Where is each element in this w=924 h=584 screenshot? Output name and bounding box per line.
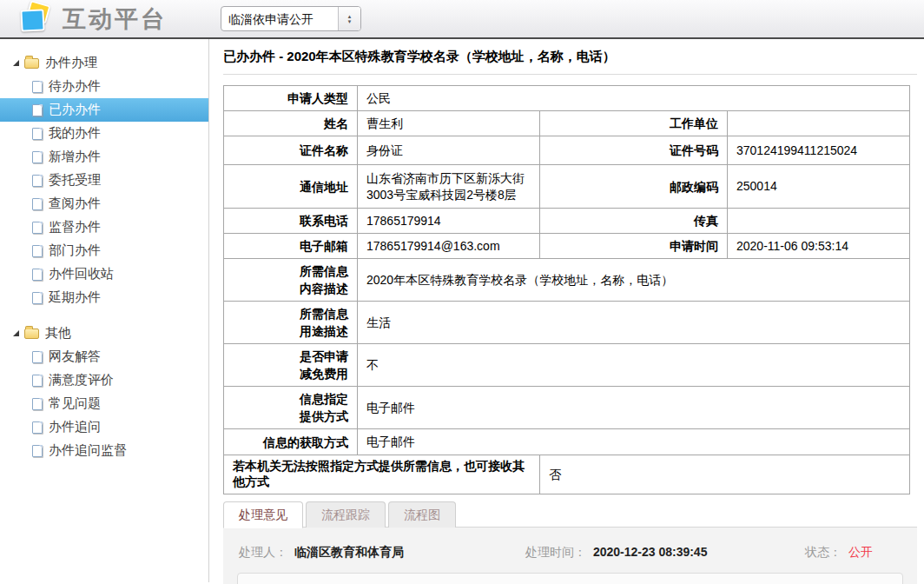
document-icon xyxy=(32,245,43,257)
tree-expand-icon xyxy=(13,330,19,336)
sidebar-item-my-cases[interactable]: 我的办件 xyxy=(0,122,208,145)
sidebar-item-review-cases[interactable]: 查阅办件 xyxy=(0,192,208,216)
document-icon xyxy=(32,151,43,163)
field-label-info-content: 所需信息 内容描述 xyxy=(224,259,358,302)
field-value-phone: 17865179914 xyxy=(358,209,540,234)
page-title: 已办办件 - 2020年本区特殊教育学校名录（学校地址，名称，电话） xyxy=(223,39,917,75)
field-label-postcode: 邮政编码 xyxy=(540,165,728,209)
document-icon xyxy=(32,175,43,187)
app-title: 互动平台 xyxy=(63,3,167,35)
field-value-work-unit xyxy=(728,111,910,136)
handler-label: 处理人： xyxy=(239,545,287,559)
document-icon xyxy=(32,269,43,281)
field-label-cert-name: 证件名称 xyxy=(224,136,358,165)
sidebar-tree: 办件办理 待办办件 已办办件 我的办件 新增办件 委托受理 xyxy=(0,39,209,582)
status-label: 状态： xyxy=(805,545,842,559)
field-label-email: 电子邮箱 xyxy=(224,234,358,259)
field-value-fallback-method: 否 xyxy=(540,455,910,494)
process-time-value: 2020-12-23 08:39:45 xyxy=(593,545,708,559)
sidebar-item-faq[interactable]: 常见问题 xyxy=(0,392,208,415)
tree-group-case-handling[interactable]: 办件办理 xyxy=(0,51,208,75)
document-icon xyxy=(32,398,43,410)
sidebar-item-netizen-answers[interactable]: 网友解答 xyxy=(0,345,208,368)
field-value-email: 17865179914@163.com xyxy=(358,234,540,259)
document-icon xyxy=(32,198,43,210)
reply-text: 我单位已于2020年12月1日通过电子邮件形式对此件进行了答复。 xyxy=(237,573,903,584)
document-icon xyxy=(32,292,43,304)
application-detail-table: 申请人类型 公民 姓名 曹生利 工作单位 证件名称 身份证 证件号码 37012… xyxy=(223,85,910,494)
document-icon xyxy=(32,81,43,93)
field-label-fee-waiver: 是否申请 减免费用 xyxy=(224,344,358,387)
field-value-fee-waiver: 不 xyxy=(358,344,910,387)
sidebar-item-department-cases[interactable]: 部门办件 xyxy=(0,239,208,262)
sidebar-item-new-case[interactable]: 新增办件 xyxy=(0,145,208,169)
field-label-obtain-method: 信息的获取方式 xyxy=(224,429,358,455)
field-label-address: 通信地址 xyxy=(224,165,358,209)
field-value-obtain-method: 电子邮件 xyxy=(358,429,910,455)
select-spinner-icon[interactable]: ▲▼ xyxy=(338,7,360,30)
sidebar-item-entrusted-acceptance[interactable]: 委托受理 xyxy=(0,169,208,192)
field-label-fax: 传真 xyxy=(540,209,728,234)
field-value-address: 山东省济南市历下区新泺大街3003号宝威科技园2号楼8层 xyxy=(358,165,540,209)
field-label-phone: 联系电话 xyxy=(224,209,358,234)
status-badge: 公开 xyxy=(848,545,873,559)
field-value-info-content: 2020年本区特殊教育学校名录（学校地址，名称，电话） xyxy=(358,259,910,302)
field-value-cert-name: 身份证 xyxy=(358,136,540,165)
document-icon xyxy=(32,445,43,457)
field-value-applicant-type: 公民 xyxy=(358,86,910,111)
sidebar-item-satisfaction-rating[interactable]: 满意度评价 xyxy=(0,368,208,392)
tab-process-opinion[interactable]: 处理意见 xyxy=(223,501,303,528)
process-opinion-panel: 处理人： 临淄区教育和体育局 处理时间： 2020-12-23 08:39:45… xyxy=(223,527,917,584)
field-label-info-use: 所需信息 用途描述 xyxy=(224,302,358,344)
field-value-cert-no: 370124199411215024 xyxy=(728,136,910,165)
app-header: 互动平台 临淄依申请公开 ▲▼ xyxy=(0,0,924,39)
folder-icon xyxy=(24,58,39,69)
tab-flow-chart[interactable]: 流程图 xyxy=(388,501,456,528)
field-label-applicant-type: 申请人类型 xyxy=(224,86,358,111)
sidebar-item-case-recycle-bin[interactable]: 办件回收站 xyxy=(0,262,208,286)
tree-expand-icon xyxy=(13,60,19,66)
field-value-info-use: 生活 xyxy=(358,302,910,344)
app-logo-icon xyxy=(16,2,56,36)
handler-value: 临淄区教育和体育局 xyxy=(294,545,404,559)
document-icon xyxy=(32,351,43,363)
field-label-apply-time: 申请时间 xyxy=(540,234,728,259)
tab-process-tracking[interactable]: 流程跟踪 xyxy=(306,501,386,528)
field-label-provide-method: 信息指定 提供方式 xyxy=(224,387,358,429)
field-value-postcode: 250014 xyxy=(728,165,910,209)
detail-tabs: 处理意见 流程跟踪 流程图 xyxy=(223,501,917,528)
sidebar-item-case-follow-up[interactable]: 办件追问 xyxy=(0,415,208,439)
field-label-work-unit: 工作单位 xyxy=(540,111,728,136)
document-icon xyxy=(32,375,43,387)
field-label-fallback-method: 若本机关无法按照指定方式提供所需信息，也可接收其他方式 xyxy=(224,455,540,494)
field-value-apply-time: 2020-11-06 09:53:14 xyxy=(728,234,910,259)
field-label-name: 姓名 xyxy=(224,111,358,136)
document-icon xyxy=(32,421,43,434)
sidebar-item-follow-up-supervision[interactable]: 办件追问监督 xyxy=(0,439,208,462)
category-select[interactable]: 临淄依申请公开 ▲▼ xyxy=(221,6,361,31)
process-time-label: 处理时间： xyxy=(525,545,586,559)
document-icon xyxy=(32,222,43,234)
field-label-cert-no: 证件号码 xyxy=(540,136,728,165)
tree-group-others[interactable]: 其他 xyxy=(0,322,208,345)
sidebar-item-delayed-cases[interactable]: 延期办件 xyxy=(0,286,208,309)
field-value-name: 曹生利 xyxy=(358,111,540,136)
main-content: 已办办件 - 2020年本区特殊教育学校名录（学校地址，名称，电话） 申请人类型… xyxy=(209,39,924,582)
sidebar-item-supervise-cases[interactable]: 监督办件 xyxy=(0,216,208,239)
sidebar-item-completed-cases[interactable]: 已办办件 xyxy=(0,98,208,122)
category-select-value: 临淄依申请公开 xyxy=(221,7,338,30)
sidebar-item-pending-cases[interactable]: 待办办件 xyxy=(0,75,208,98)
field-value-provide-method: 电子邮件 xyxy=(358,387,910,429)
document-icon xyxy=(32,104,43,116)
document-icon xyxy=(32,128,43,140)
folder-icon xyxy=(24,328,39,339)
field-value-fax xyxy=(728,209,910,234)
